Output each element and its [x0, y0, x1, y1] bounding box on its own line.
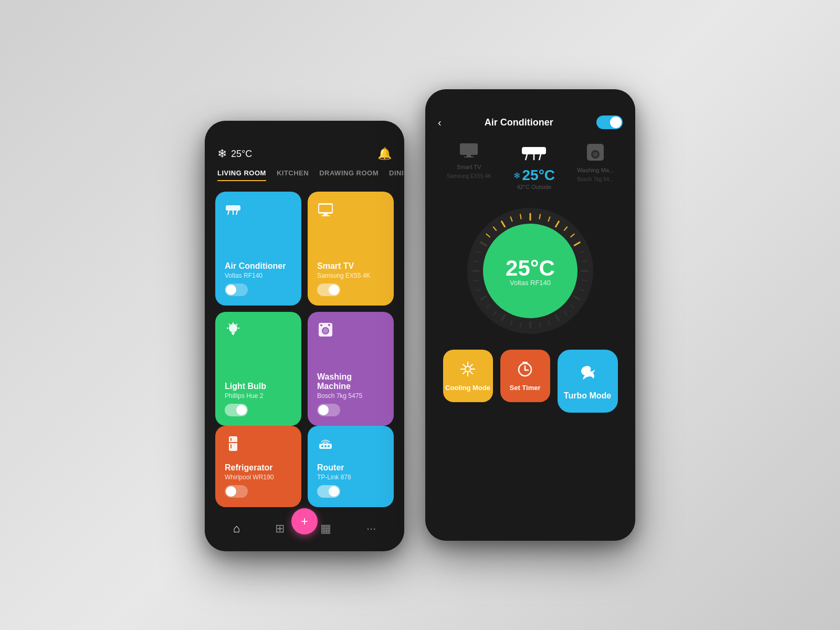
washing-toggle[interactable] — [317, 404, 340, 416]
svg-line-41 — [493, 227, 496, 231]
router-model: TP-Link 878 — [317, 474, 384, 481]
weather-info: ❄ 25°C — [217, 147, 252, 161]
router-icon — [317, 435, 384, 454]
ac-detail-title: Air Conditioner — [485, 117, 553, 128]
light-model: Phillips Hue 2 — [225, 392, 292, 400]
svg-line-47 — [548, 217, 550, 222]
fridge-name: Refrigerator — [225, 463, 292, 472]
svg-rect-7 — [319, 205, 332, 212]
nav-home-icon[interactable]: ⌂ — [233, 522, 240, 536]
sel-tv-icon — [459, 143, 478, 161]
tab-living-room[interactable]: LIVING ROOM — [217, 169, 266, 181]
tv-toggle[interactable] — [317, 284, 340, 296]
router-toggle[interactable] — [317, 485, 340, 498]
svg-rect-19 — [320, 324, 322, 326]
svg-line-49 — [564, 227, 567, 231]
timer-mode-label: Set Timer — [509, 384, 540, 392]
phone-2-screen: ‹ Air Conditioner S — [425, 89, 635, 541]
light-name: Light Bulb — [225, 382, 292, 391]
selector-ac[interactable]: ❄ 25°C 42°C Outside — [513, 143, 555, 192]
phones-container: ❄ 25°C 🔔 LIVING ROOM KITCHEN DRAWING ROO… — [205, 79, 635, 551]
fridge-toggle[interactable] — [225, 485, 248, 498]
svg-line-35 — [539, 154, 541, 160]
cooling-mode-label: Cooling Mode — [445, 384, 490, 392]
svg-line-73 — [474, 261, 479, 262]
svg-rect-24 — [230, 444, 232, 448]
phone-dashboard: ❄ 25°C 🔔 LIVING ROOM KITCHEN DRAWING ROO… — [205, 121, 404, 551]
svg-point-28 — [328, 445, 330, 447]
ac-temp-value: 25°C — [522, 167, 555, 184]
device-card-light[interactable]: Light Bulb Phillips Hue 2 — [215, 312, 301, 426]
svg-line-56 — [580, 289, 584, 290]
svg-line-33 — [526, 154, 527, 160]
cooling-icon — [459, 361, 476, 380]
svg-line-65 — [510, 320, 512, 325]
svg-rect-10 — [232, 334, 234, 335]
thermostat-device-name: Voltas RF140 — [510, 279, 551, 287]
device-selector-row: Smart TV Samsung EX55 4K — [425, 138, 635, 203]
bell-icon[interactable]: 🔔 — [377, 147, 392, 161]
ac-name: Air Conditioner — [225, 261, 292, 271]
lightbulb-icon — [225, 321, 292, 340]
tabs-bar: LIVING ROOM KITCHEN DRAWING ROOM DINING — [205, 169, 404, 181]
mode-buttons-row: Cooling Mode Set Timer — [425, 344, 635, 428]
thermostat-dial[interactable]: 25°C Voltas RF140 — [467, 208, 593, 334]
svg-line-43 — [510, 217, 512, 222]
svg-line-1 — [228, 211, 229, 215]
svg-line-59 — [564, 311, 567, 316]
svg-line-71 — [474, 280, 479, 281]
thermostat-container: 25°C Voltas RF140 — [425, 203, 635, 344]
add-fab-button[interactable]: + — [291, 508, 318, 534]
svg-line-69 — [480, 296, 487, 300]
device-card-ac[interactable]: Air Conditioner Voltas RF140 — [215, 192, 301, 306]
sel-tv-name: Smart TV — [457, 164, 481, 170]
sel-tv-model: Samsung EX55 4K — [447, 173, 491, 179]
svg-line-40 — [486, 234, 490, 237]
svg-line-70 — [476, 289, 481, 290]
svg-line-46 — [539, 214, 540, 219]
turbo-mode-button[interactable]: Turbo Mode — [558, 350, 618, 413]
svg-line-67 — [493, 311, 496, 316]
selector-washing[interactable]: Washing Ma... Bosch 7kg 54... — [577, 143, 614, 192]
back-button[interactable]: ‹ — [438, 117, 442, 129]
light-toggle[interactable] — [225, 404, 248, 416]
bottom-nav: ⌂ ⊞ + ▦ ··· — [205, 513, 404, 551]
ac-current-temp: ❄ 25°C 42°C Outside — [513, 167, 555, 190]
svg-line-57 — [574, 296, 580, 300]
tab-kitchen[interactable]: KITCHEN — [277, 169, 309, 181]
nav-more-icon[interactable]: ··· — [366, 522, 376, 536]
nav-grid-icon[interactable]: ⊞ — [275, 522, 285, 536]
cooling-mode-button[interactable]: Cooling Mode — [443, 350, 493, 402]
router-name: Router — [317, 463, 384, 472]
device-card-fridge[interactable]: Refrigerator Whirlpool WR190 — [215, 426, 301, 507]
power-toggle[interactable] — [596, 116, 623, 129]
nav-chart-icon[interactable]: ▦ — [320, 522, 331, 536]
svg-line-13 — [229, 324, 230, 325]
svg-line-48 — [555, 221, 559, 227]
svg-rect-31 — [464, 156, 474, 158]
selector-tv[interactable]: Smart TV Samsung EX55 4K — [447, 143, 491, 192]
device-card-router[interactable]: Router TP-Link 878 — [308, 426, 394, 507]
timer-mode-button[interactable]: Set Timer — [500, 350, 550, 402]
svg-line-60 — [555, 314, 559, 321]
phone-ac-detail: ‹ Air Conditioner S — [425, 89, 635, 541]
svg-rect-0 — [226, 205, 240, 211]
ac-toggle[interactable] — [225, 284, 248, 296]
add-icon: + — [301, 514, 308, 529]
svg-rect-23 — [230, 438, 232, 441]
device-card-washing[interactable]: Washing Machine Bosch 7kg 5475 — [308, 312, 394, 426]
washing-model: Bosch 7kg 5475 — [317, 392, 384, 400]
svg-rect-29 — [460, 143, 478, 155]
svg-point-20 — [328, 324, 330, 326]
fridge-model: Whirlpool WR190 — [225, 474, 292, 481]
svg-line-51 — [574, 242, 580, 246]
svg-line-12 — [236, 324, 237, 325]
svg-line-66 — [501, 314, 505, 321]
tv-model: Samsung EX55 4K — [317, 272, 384, 279]
tab-dining[interactable]: DINING — [389, 169, 404, 181]
svg-point-26 — [321, 445, 323, 447]
svg-line-82 — [470, 371, 473, 374]
device-card-tv[interactable]: Smart TV Samsung EX55 4K — [308, 192, 394, 306]
svg-line-61 — [548, 320, 550, 325]
tab-drawing-room[interactable]: DRAWING ROOM — [319, 169, 379, 181]
